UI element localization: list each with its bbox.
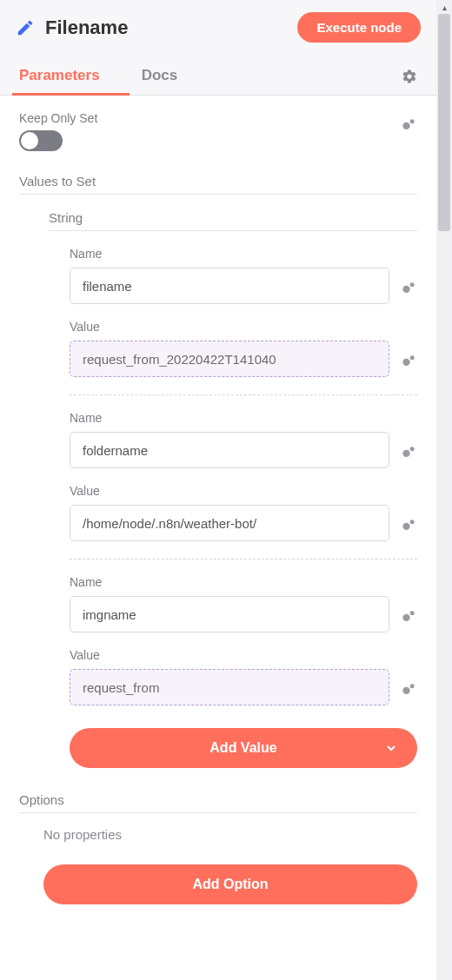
svg-point-9: [410, 520, 415, 524]
value-label: Value: [70, 320, 417, 334]
field-options-icon[interactable]: [400, 275, 417, 297]
svg-point-1: [410, 119, 415, 123]
value-label: Value: [70, 484, 417, 498]
tab-docs[interactable]: Docs: [138, 58, 182, 95]
value-label: Value: [70, 648, 417, 662]
add-option-button[interactable]: Add Option: [43, 864, 417, 904]
svg-point-4: [402, 359, 409, 366]
entry-separator: [70, 559, 417, 560]
string-name-input[interactable]: [70, 596, 389, 632]
field-options-icon[interactable]: [400, 439, 417, 461]
field-options-icon[interactable]: [400, 676, 417, 699]
keep-only-set-options-icon[interactable]: [400, 111, 417, 134]
string-value-input[interactable]: [70, 341, 389, 377]
svg-point-10: [402, 614, 409, 621]
scroll-up-icon[interactable]: ▴: [436, 0, 452, 14]
string-section-label: String: [49, 210, 417, 231]
vertical-scrollbar[interactable]: ▴: [436, 0, 452, 980]
field-options-icon[interactable]: [400, 603, 417, 626]
svg-point-2: [402, 286, 409, 293]
svg-point-12: [402, 687, 409, 694]
string-name-input[interactable]: [70, 268, 389, 304]
node-title[interactable]: Filename: [45, 17, 287, 39]
no-properties-text: No properties: [43, 827, 417, 842]
field-options-icon[interactable]: [400, 512, 417, 534]
scrollbar-thumb[interactable]: [438, 14, 450, 231]
svg-point-13: [410, 684, 415, 688]
string-value-input[interactable]: [70, 669, 389, 705]
svg-point-6: [402, 450, 409, 457]
entry-separator: [70, 394, 417, 395]
chevron-down-icon: [384, 741, 398, 755]
settings-icon[interactable]: [402, 69, 421, 84]
svg-point-0: [402, 122, 409, 129]
svg-point-3: [410, 282, 415, 287]
svg-point-8: [402, 523, 409, 530]
add-value-button[interactable]: Add Value: [70, 728, 417, 768]
execute-node-button[interactable]: Execute node: [297, 12, 421, 43]
keep-only-set-toggle[interactable]: [19, 130, 63, 151]
svg-point-7: [410, 447, 415, 451]
svg-point-5: [410, 355, 415, 360]
tabs: Parameters Docs: [16, 58, 421, 95]
field-options-icon[interactable]: [400, 348, 417, 370]
options-label: Options: [19, 792, 417, 813]
name-label: Name: [70, 411, 417, 425]
add-option-label: Add Option: [192, 877, 268, 892]
parameters-panel: Keep Only Set Values to Set String Name: [0, 96, 436, 980]
add-value-label: Add Value: [209, 740, 276, 756]
edit-icon[interactable]: [16, 18, 35, 37]
keep-only-set-label: Keep Only Set: [19, 111, 391, 125]
name-label: Name: [70, 575, 417, 589]
header: Filename Execute node Parameters Docs: [0, 0, 436, 95]
values-to-set-label: Values to Set: [19, 174, 417, 195]
string-name-input[interactable]: [70, 432, 389, 468]
svg-point-11: [410, 611, 415, 615]
string-value-input[interactable]: [70, 505, 389, 541]
tab-parameters[interactable]: Parameters: [16, 58, 103, 95]
name-label: Name: [70, 247, 417, 261]
